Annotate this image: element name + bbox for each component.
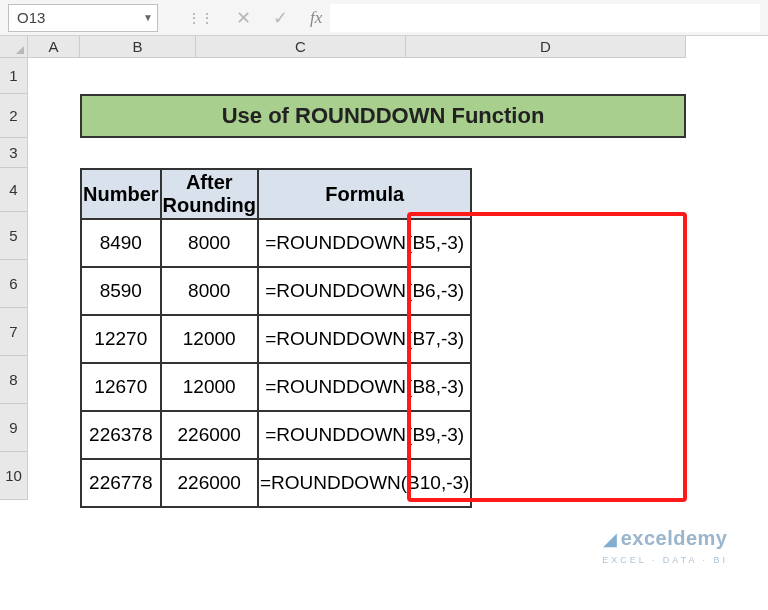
cell-number[interactable]: 8590 (81, 267, 161, 315)
cell-after[interactable]: 12000 (161, 315, 258, 363)
title-banner[interactable]: Use of ROUNDDOWN Function (80, 94, 686, 138)
row-header-9[interactable]: 9 (0, 404, 28, 452)
cell-after[interactable]: 226000 (161, 459, 258, 507)
cell-after[interactable]: 226000 (161, 411, 258, 459)
watermark-icon: ◢ (603, 529, 617, 549)
cancel-icon[interactable]: ✕ (236, 7, 251, 29)
cell-number[interactable]: 12670 (81, 363, 161, 411)
cell-formula[interactable]: =ROUNDDOWN(B10,-3) (258, 459, 472, 507)
table-row: 226378 226000 =ROUNDDOWN(B9,-3) (81, 411, 471, 459)
spreadsheet-grid: A B C D 1 2 3 4 5 6 7 8 9 10 Use of ROUN… (0, 36, 768, 596)
formula-bar-row: O13 ▼ ⋮⋮ ✕ ✓ fx (0, 0, 768, 36)
col-header-c[interactable]: C (196, 36, 406, 58)
row-header-7[interactable]: 7 (0, 308, 28, 356)
row-header-4[interactable]: 4 (0, 168, 28, 212)
row-header-8[interactable]: 8 (0, 356, 28, 404)
cell-after[interactable]: 8000 (161, 219, 258, 267)
row-header-2[interactable]: 2 (0, 94, 28, 138)
cell-formula[interactable]: =ROUNDDOWN(B7,-3) (258, 315, 472, 363)
select-all-corner[interactable] (0, 36, 28, 58)
watermark: ◢exceldemy EXCEL · DATA · BI (602, 527, 728, 566)
drag-handle-icon: ⋮⋮ (188, 14, 214, 22)
row-header-1[interactable]: 1 (0, 58, 28, 94)
cell-formula[interactable]: =ROUNDDOWN(B8,-3) (258, 363, 472, 411)
table-row: 226778 226000 =ROUNDDOWN(B10,-3) (81, 459, 471, 507)
formula-bar-icons: ⋮⋮ ✕ ✓ fx (188, 7, 322, 29)
row-header-6[interactable]: 6 (0, 260, 28, 308)
watermark-sub: EXCEL · DATA · BI (602, 555, 728, 565)
column-headers: A B C D (28, 36, 686, 58)
table-row: 8590 8000 =ROUNDDOWN(B6,-3) (81, 267, 471, 315)
cell-after[interactable]: 8000 (161, 267, 258, 315)
cell-number[interactable]: 8490 (81, 219, 161, 267)
fx-icon[interactable]: fx (310, 8, 322, 28)
cell-formula[interactable]: =ROUNDDOWN(B9,-3) (258, 411, 472, 459)
row-headers: 1 2 3 4 5 6 7 8 9 10 (0, 58, 28, 500)
name-box[interactable]: O13 ▼ (8, 4, 158, 32)
chevron-down-icon[interactable]: ▼ (143, 12, 153, 23)
table-row: 12670 12000 =ROUNDDOWN(B8,-3) (81, 363, 471, 411)
col-header-b[interactable]: B (80, 36, 196, 58)
cell-number[interactable]: 226778 (81, 459, 161, 507)
row-header-5[interactable]: 5 (0, 212, 28, 260)
col-header-d[interactable]: D (406, 36, 686, 58)
header-number[interactable]: Number (81, 169, 161, 219)
cell-after[interactable]: 12000 (161, 363, 258, 411)
table-row: 12270 12000 =ROUNDDOWN(B7,-3) (81, 315, 471, 363)
cell-formula[interactable]: =ROUNDDOWN(B5,-3) (258, 219, 472, 267)
formula-input[interactable] (330, 4, 760, 32)
row-header-10[interactable]: 10 (0, 452, 28, 500)
cell-number[interactable]: 226378 (81, 411, 161, 459)
enter-icon[interactable]: ✓ (273, 7, 288, 29)
header-formula[interactable]: Formula (258, 169, 472, 219)
col-header-a[interactable]: A (28, 36, 80, 58)
name-box-value: O13 (17, 9, 45, 26)
row-header-3[interactable]: 3 (0, 138, 28, 168)
header-after[interactable]: After Rounding (161, 169, 258, 219)
table-header-row: Number After Rounding Formula (81, 169, 471, 219)
cell-number[interactable]: 12270 (81, 315, 161, 363)
watermark-brand: exceldemy (621, 527, 728, 549)
cell-formula[interactable]: =ROUNDDOWN(B6,-3) (258, 267, 472, 315)
table-row: 8490 8000 =ROUNDDOWN(B5,-3) (81, 219, 471, 267)
data-table: Number After Rounding Formula 8490 8000 … (80, 168, 472, 508)
